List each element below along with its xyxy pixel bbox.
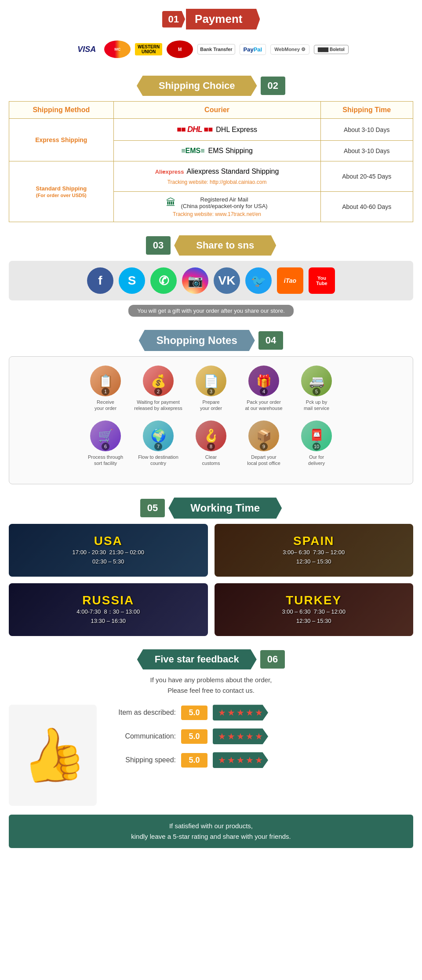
feedback-intro-line1: If you have any problems about the order…	[150, 676, 272, 684]
mastercard-logo: MC	[104, 40, 131, 58]
step3-label: Prepareyour order	[200, 399, 222, 412]
rating-score-3: 5.0	[181, 753, 207, 768]
star-icon: ★	[218, 707, 226, 718]
feedback-footer-line2: kindly leave a 5-star rating and share w…	[131, 833, 291, 840]
western-union-logo: WESTERNUNION	[135, 43, 162, 55]
express-method: Express Shipping	[9, 119, 114, 161]
step4-num: 4	[260, 388, 268, 395]
notes-badge-label: Shopping Notes	[139, 330, 255, 351]
star-icon: ★	[236, 755, 244, 765]
notes-grid-row1: 📋1 Receiveyour order 💰2 Waiting for paym…	[18, 366, 404, 412]
list-item: 🚐5 Pck up bymail service	[292, 366, 341, 412]
rating-label-2: Communication:	[106, 732, 176, 740]
ems-logo: ≡EMS≡	[181, 147, 204, 155]
payment-header: 01 Payment	[162, 9, 260, 29]
airmail-name: Registered Air Mail(China post/epacket-o…	[181, 196, 267, 209]
twitter-icon[interactable]: 🐦	[245, 267, 272, 294]
step10-num: 10	[313, 442, 320, 450]
payment-badge-label: Payment	[186, 9, 260, 29]
vk-icon[interactable]: VK	[214, 267, 240, 294]
stars-3: ★ ★ ★ ★ ★	[213, 752, 268, 768]
step1-num: 1	[102, 388, 109, 395]
step1-icon: 📋1	[90, 366, 121, 396]
ratings-block: Item as described: 5.0 ★ ★ ★ ★ ★ Communi…	[106, 705, 413, 776]
itao-icon[interactable]: iTao	[277, 267, 303, 294]
list-item: 💰2 Waiting for paymentreleased by alixep…	[134, 366, 182, 412]
stars-1: ★ ★ ★ ★ ★	[213, 705, 268, 720]
ems-name: EMS Shipping	[208, 147, 253, 155]
turkey-country: TURKEY	[282, 593, 346, 607]
feedback-footer-line1: If satisfied with our products,	[169, 822, 253, 830]
step6-label: Process throughsort facility	[88, 454, 123, 467]
feedback-section: Five star feedback 06 If you have any pr…	[0, 645, 422, 857]
step8-label: Clearcustoms	[202, 454, 220, 467]
shipping-table: Shipping Method Courier Shipping Time Ex…	[9, 101, 413, 222]
working-header: 05 Working Time	[9, 497, 413, 519]
list-item: 📄3 Prepareyour order	[187, 366, 235, 412]
list-item: 🛒6 Process throughsort facility	[81, 421, 130, 467]
payment-badge-num: 01	[162, 11, 185, 28]
step3-num: 3	[207, 388, 215, 395]
usa-hours: 17:00 - 20:30 21:30 – 02:0002:30 – 5:30	[73, 548, 144, 567]
share-note: You will get a gift with your order afte…	[128, 305, 294, 317]
col-time: Shipping Time	[320, 102, 413, 119]
instagram-icon[interactable]: 📷	[182, 267, 208, 294]
star-icon: ★	[236, 731, 244, 742]
dhl-time: About 3-10 Days	[320, 119, 413, 141]
working-time-section: 05 Working Time USA 17:00 - 20:30 21:30 …	[0, 493, 422, 645]
step9-label: Depart yourlocal post office	[247, 454, 280, 467]
step5-num: 5	[313, 388, 320, 395]
feedback-header: Five star feedback 06	[9, 649, 413, 669]
list-item: 🪝8 Clearcustoms	[187, 421, 235, 467]
usa-country: USA	[73, 534, 144, 548]
star-icon: ★	[255, 731, 263, 742]
star-icon: ★	[236, 707, 244, 718]
turkey-card: TURKEY 3:00 – 6:30 7:30 – 12:0012:30 – 1…	[215, 583, 414, 636]
feedback-badge-num: 06	[260, 650, 285, 669]
list-item: 🎁4 Pack your orderat our warehouse	[240, 366, 288, 412]
shipping-badge-label: Shipping Choice	[137, 76, 257, 96]
shipping-badge-num: 02	[261, 77, 285, 95]
feedback-badge-label: Five star feedback	[137, 649, 257, 669]
table-row: Standard Shipping(For order over USD5) A…	[9, 161, 413, 192]
spain-country: SPAIN	[283, 534, 345, 548]
step10-label: Our fordelivery	[308, 454, 325, 467]
step4-label: Pack your orderat our warehouse	[245, 399, 283, 412]
star-icon: ★	[218, 731, 226, 742]
star-icon: ★	[227, 755, 235, 765]
share-header: 03 Share to sns	[9, 235, 413, 256]
step2-icon: 💰2	[143, 366, 174, 396]
step6-icon: 🛒6	[90, 421, 121, 451]
feedback-footer: If satisfied with our products, kindly l…	[9, 815, 413, 848]
payment-section: 01 Payment VISA MC WESTERNUNION M Bank T…	[0, 0, 422, 71]
step4-icon: 🎁4	[248, 366, 279, 396]
skype-icon[interactable]: S	[119, 267, 145, 294]
star-icon: ★	[255, 755, 263, 765]
aliexpress-tracking: Tracking website: http://global.cainiao.…	[167, 179, 267, 185]
ems-courier: ≡EMS≡ EMS Shipping	[113, 141, 320, 161]
ems-time: About 3-10 Days	[320, 141, 413, 161]
feedback-intro: If you have any problems about the order…	[9, 675, 413, 696]
airmail-courier: 🏛 Registered Air Mail(China post/epacket…	[113, 192, 320, 222]
step8-icon: 🪝8	[196, 421, 226, 451]
rating-score-2: 5.0	[181, 729, 207, 744]
step2-label: Waiting for paymentreleased by alixepres…	[134, 399, 182, 412]
star-icon: ★	[255, 707, 263, 718]
table-row: Express Shipping ■■ DHL ■■ DHL Express A…	[9, 119, 413, 141]
step7-label: Flow to destinationcountry	[138, 454, 178, 467]
shipping-header: Shipping Choice 02	[9, 76, 413, 96]
facebook-icon[interactable]: f	[87, 267, 113, 294]
post-logo: 🏛	[166, 197, 176, 208]
feedback-intro-line2: Please feel free to contact us.	[167, 687, 255, 694]
star-icon: ★	[246, 755, 254, 765]
whatsapp-icon[interactable]: ✆	[150, 267, 177, 294]
russia-card: RUSSIA 4:00-7:30 8：30 – 13:0013:30 – 16:…	[9, 583, 208, 636]
aliexpress-name: Aliexpress Standard Shipping	[187, 168, 279, 176]
notes-grid-row2: 🛒6 Process throughsort facility 🌍7 Flow …	[18, 421, 404, 467]
airmail-time: About 40-60 Days	[320, 192, 413, 222]
star-icon: ★	[227, 731, 235, 742]
thumbs-emoji: 👍	[15, 719, 91, 792]
rating-label-3: Shipping speed:	[106, 756, 176, 764]
youtube-icon[interactable]: YouTube	[309, 267, 335, 294]
standard-method: Standard Shipping(For order over USD5)	[9, 161, 114, 222]
